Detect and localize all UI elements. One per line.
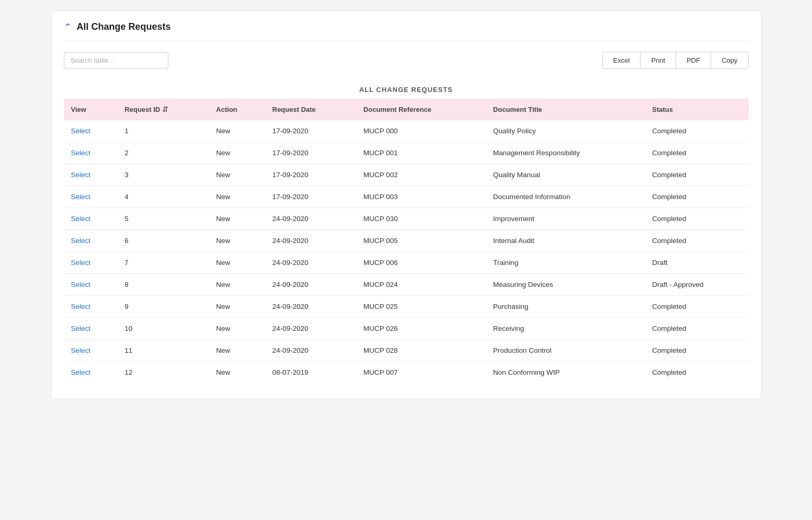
cell-doc-title: Improvement (486, 208, 645, 230)
cell-request-id: 3 (117, 164, 209, 186)
select-link[interactable]: Select (71, 127, 91, 135)
cell-doc-title: Documented Information (486, 186, 645, 208)
select-link[interactable]: Select (71, 281, 91, 288)
table-row: Select12New08-07-2019MUCP 007Non Conform… (64, 362, 749, 384)
col-header-status: Status (645, 99, 748, 120)
table-row: Select8New24-09-2020MUCP 024Measuring De… (64, 274, 749, 296)
cell-status: Completed (645, 318, 748, 340)
cell-status: Draft - Approved (645, 274, 748, 296)
col-header-action: Action (209, 99, 265, 120)
cell-request-date: 24-09-2020 (265, 252, 356, 274)
select-link[interactable]: Select (71, 259, 91, 267)
cell-request-date: 17-09-2020 (265, 120, 356, 142)
copy-button[interactable]: Copy (711, 52, 748, 68)
cell-action: New (209, 318, 265, 340)
col-header-view: View (64, 99, 118, 120)
table-row: Select7New24-09-2020MUCP 006TrainingDraf… (64, 252, 749, 274)
cell-request-date: 08-07-2019 (265, 362, 356, 384)
cell-doc-title: Training (486, 252, 645, 274)
table-row: Select1New17-09-2020MUCP 000Quality Poli… (64, 120, 749, 142)
select-link[interactable]: Select (71, 237, 91, 245)
cell-request-date: 24-09-2020 (265, 230, 356, 252)
pdf-button[interactable]: PDF (676, 52, 711, 68)
cell-request-id: 4 (117, 186, 209, 208)
cell-request-id: 11 (117, 340, 209, 362)
print-button[interactable]: Print (641, 52, 676, 68)
cell-request-date: 17-09-2020 (265, 164, 356, 186)
select-link[interactable]: Select (71, 149, 91, 157)
cell-doc-reference: MUCP 028 (356, 340, 486, 362)
cell-request-id: 9 (117, 296, 209, 318)
cell-doc-title: Measuring Devices (486, 274, 645, 296)
cell-view: Select (64, 340, 118, 362)
cell-request-date: 24-09-2020 (265, 274, 356, 296)
cell-request-id: 10 (117, 318, 209, 340)
cell-request-id: 6 (117, 230, 209, 252)
cell-status: Completed (645, 120, 748, 142)
cell-view: Select (64, 186, 118, 208)
sort-icon[interactable]: ⇵ (162, 105, 168, 113)
cell-view: Select (64, 208, 118, 230)
cell-doc-reference: MUCP 001 (356, 142, 486, 164)
excel-button[interactable]: Excel (603, 52, 641, 68)
cell-view: Select (64, 296, 118, 318)
cell-doc-title: Receiving (486, 318, 645, 340)
search-input[interactable] (64, 52, 168, 68)
cell-doc-title: Production Control (486, 340, 645, 362)
col-header-request-id: Request ID ⇵ (117, 99, 209, 120)
table-header-row: View Request ID ⇵ Action Request Date Do… (64, 99, 749, 120)
cell-request-id: 7 (117, 252, 209, 274)
cell-status: Completed (645, 186, 748, 208)
action-buttons: Excel Print PDF Copy (602, 52, 749, 69)
select-link[interactable]: Select (71, 346, 91, 354)
cell-request-id: 12 (117, 362, 209, 384)
cell-status: Completed (645, 362, 748, 384)
cell-doc-reference: MUCP 025 (356, 296, 486, 318)
cell-action: New (209, 120, 265, 142)
cell-view: Select (64, 230, 118, 252)
cell-action: New (209, 340, 265, 362)
cell-doc-title: Management Responsibility (486, 142, 645, 164)
cell-doc-title: Internal Audit (486, 230, 645, 252)
cell-action: New (209, 142, 265, 164)
table-row: Select4New17-09-2020MUCP 003Documented I… (64, 186, 749, 208)
cell-doc-reference: MUCP 026 (356, 318, 486, 340)
cell-action: New (209, 164, 265, 186)
cell-doc-title: Quality Manual (486, 164, 645, 186)
cell-doc-reference: MUCP 006 (356, 252, 486, 274)
cell-view: Select (64, 318, 118, 340)
page-container: ⌃ All Change Requests Excel Print PDF Co… (51, 10, 762, 399)
cell-action: New (209, 230, 265, 252)
cell-status: Completed (645, 164, 748, 186)
select-link[interactable]: Select (71, 325, 91, 332)
table-row: Select11New24-09-2020MUCP 028Production … (64, 340, 749, 362)
table-row: Select3New17-09-2020MUCP 002Quality Manu… (64, 164, 749, 186)
select-link[interactable]: Select (71, 171, 91, 179)
cell-doc-title: Non Conforming WIP (486, 362, 645, 384)
chevron-up-icon: ⌃ (64, 22, 72, 32)
cell-request-id: 5 (117, 208, 209, 230)
select-link[interactable]: Select (71, 368, 91, 376)
cell-status: Completed (645, 230, 748, 252)
cell-action: New (209, 296, 265, 318)
cell-request-date: 24-09-2020 (265, 340, 356, 362)
table-row: Select2New17-09-2020MUCP 001Management R… (64, 142, 749, 164)
select-link[interactable]: Select (71, 193, 91, 201)
cell-status: Completed (645, 296, 748, 318)
select-link[interactable]: Select (71, 303, 91, 310)
cell-doc-reference: MUCP 003 (356, 186, 486, 208)
cell-doc-reference: MUCP 005 (356, 230, 486, 252)
cell-status: Completed (645, 208, 748, 230)
cell-doc-reference: MUCP 030 (356, 208, 486, 230)
cell-doc-reference: MUCP 007 (356, 362, 486, 384)
select-link[interactable]: Select (71, 215, 91, 223)
cell-request-date: 24-09-2020 (265, 318, 356, 340)
cell-view: Select (64, 120, 118, 142)
cell-view: Select (64, 164, 118, 186)
table-row: Select6New24-09-2020MUCP 005Internal Aud… (64, 230, 749, 252)
table-title: ALL CHANGE REQUESTS (64, 79, 749, 99)
cell-view: Select (64, 142, 118, 164)
col-header-request-date: Request Date (265, 99, 356, 120)
col-header-doc-reference: Document Reference (356, 99, 486, 120)
cell-doc-reference: MUCP 024 (356, 274, 486, 296)
